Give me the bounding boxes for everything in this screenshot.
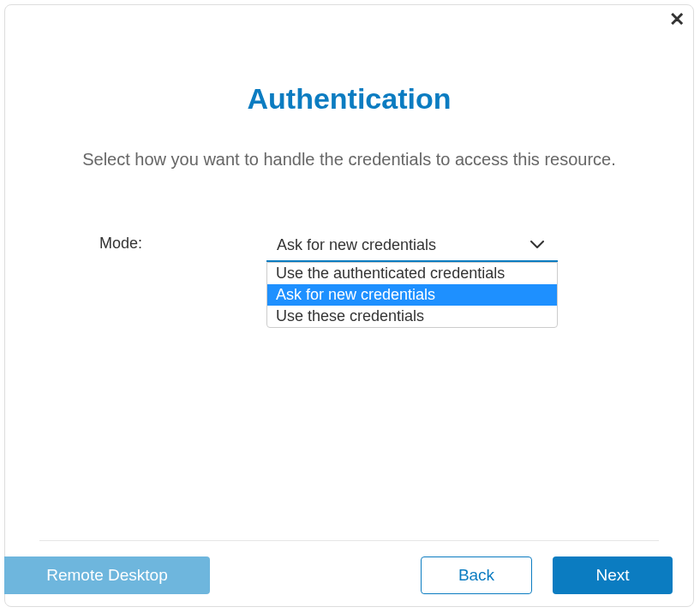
back-button[interactable]: Back	[421, 556, 532, 594]
mode-select-display[interactable]: Ask for new credentials	[266, 229, 558, 262]
mode-option-authenticated[interactable]: Use the authenticated credentials	[267, 263, 557, 284]
mode-row: Mode: Ask for new credentials Use the au…	[5, 229, 693, 262]
remote-desktop-button[interactable]: Remote Desktop	[4, 556, 210, 594]
next-button[interactable]: Next	[553, 556, 673, 594]
mode-option-ask-new[interactable]: Ask for new credentials	[267, 284, 557, 306]
footer-divider	[39, 540, 659, 541]
chevron-down-icon	[530, 238, 544, 252]
mode-select[interactable]: Ask for new credentials Use the authenti…	[266, 229, 558, 262]
mode-selected-value: Ask for new credentials	[277, 236, 436, 254]
dialog-footer: Remote Desktop Back Next	[5, 556, 693, 594]
authentication-dialog: ✕ Authentication Select how you want to …	[4, 4, 694, 607]
dialog-title: Authentication	[5, 82, 693, 116]
dialog-subtitle: Select how you want to handle the creden…	[5, 150, 693, 170]
mode-label: Mode:	[57, 229, 266, 253]
close-icon[interactable]: ✕	[669, 10, 685, 29]
dialog-content: Authentication Select how you want to ha…	[5, 5, 693, 262]
mode-options-list: Use the authenticated credentials Ask fo…	[266, 262, 558, 328]
mode-option-use-these[interactable]: Use these credentials	[267, 306, 557, 327]
